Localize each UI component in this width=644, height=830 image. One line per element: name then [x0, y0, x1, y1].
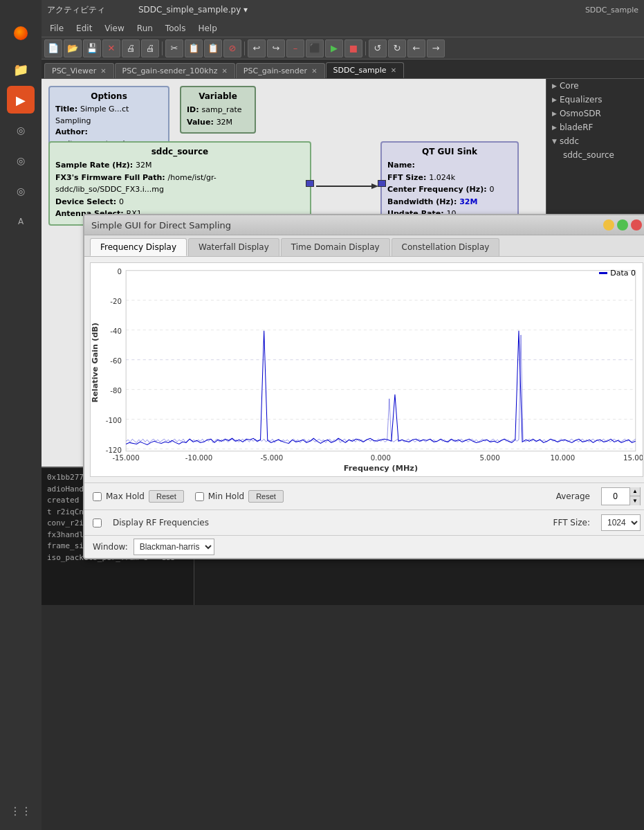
sidebar-terminal[interactable]: ▶: [7, 86, 35, 114]
min-hold-label: Min Hold: [208, 491, 244, 501]
tab-timedomain[interactable]: Time Domain Display: [281, 238, 390, 256]
min-hold-checkbox[interactable]: [195, 492, 204, 501]
rotate-btn[interactable]: ↺: [369, 39, 387, 57]
copy-btn[interactable]: 📋: [185, 39, 203, 57]
menubar: File Edit View Run Tools Help: [42, 19, 644, 37]
input-port: [378, 180, 386, 187]
print2-btn[interactable]: 🖨: [141, 39, 159, 57]
fft-size-select[interactable]: 1024 512 2048 4096: [601, 514, 641, 531]
tab-psc-gain-100[interactable]: PSC_gain-sender_100khz ✕: [115, 63, 235, 78]
app-title: SDDC_simple_sample.py ▾: [138, 5, 248, 15]
menu-tools[interactable]: Tools: [160, 22, 192, 35]
window-controls-row: Window: Blackman-harris Hamming Hann Rec…: [84, 535, 644, 558]
spinner-up[interactable]: ▲: [630, 487, 640, 496]
menu-help[interactable]: Help: [192, 22, 222, 35]
window-select-container: Blackman-harris Hamming Hann Rectangular: [134, 539, 214, 555]
back-btn[interactable]: ←: [407, 39, 425, 57]
print-btn[interactable]: 🖨: [122, 39, 140, 57]
average-input[interactable]: [602, 488, 629, 505]
controls-row-1: Max Hold Reset Min Hold Reset Average ▲: [84, 482, 644, 509]
new-btn[interactable]: 📄: [44, 39, 62, 57]
min-hold-reset[interactable]: Reset: [248, 490, 284, 503]
sep1: [162, 42, 163, 55]
tab-close-psc-gain[interactable]: ✕: [311, 67, 317, 75]
fwd-btn[interactable]: →: [427, 39, 445, 57]
spinner-down[interactable]: ▼: [630, 496, 640, 505]
svg-text:Frequency (MHz): Frequency (MHz): [344, 464, 418, 473]
toolbar: 📄 📂 💾 ✕ 🖨 🖨 ✂ 📋 📋 ⊘ ↩ ↪ – ⬛ ▶ ■ ↺ ↻ ← →: [42, 37, 644, 60]
sidebar-files[interactable]: 📁: [7, 55, 35, 83]
tab-close-psc-gain-100[interactable]: ✕: [221, 67, 227, 75]
tree-equalizers[interactable]: Equalizers: [546, 93, 644, 107]
max-hold-checkbox[interactable]: [93, 492, 102, 501]
tab-close-sddc[interactable]: ✕: [391, 66, 396, 74]
cut-btn[interactable]: ✂: [165, 39, 183, 57]
menu-file[interactable]: File: [44, 22, 69, 35]
svg-text:Relative Gain (dB): Relative Gain (dB): [91, 323, 100, 402]
disable-btn[interactable]: ⊘: [223, 39, 241, 57]
stop-btn[interactable]: ⬛: [306, 39, 324, 57]
stop2-btn[interactable]: ■: [344, 39, 362, 57]
minus-btn[interactable]: –: [286, 39, 304, 57]
refresh-btn[interactable]: ↻: [388, 39, 406, 57]
flow-editor[interactable]: Options Title: Simple G...ct Sampling Au…: [42, 79, 546, 467]
sidebar-appstore[interactable]: A: [7, 208, 35, 235]
svg-rect-2: [126, 271, 636, 451]
tab-sddc-sample[interactable]: SDDC_sample ✕: [326, 62, 405, 78]
menu-view[interactable]: View: [99, 22, 129, 35]
max-hold-reset[interactable]: Reset: [149, 490, 184, 503]
min-hold-group: Min Hold Reset: [195, 490, 284, 503]
close-btn[interactable]: ✕: [102, 39, 120, 57]
tree-sddc[interactable]: sddc: [546, 134, 644, 148]
display-rf-checkbox[interactable]: [93, 518, 102, 527]
tab-psc-viewer[interactable]: PSC_Viewer ✕: [44, 63, 114, 78]
average-label: Average: [556, 491, 590, 501]
tab-psc-gain[interactable]: PSC_gain-sender ✕: [236, 63, 325, 78]
qt-title: QT GUI Sink: [387, 147, 512, 156]
tab-constellation[interactable]: Constellation Display: [392, 238, 500, 256]
svg-text:10.000: 10.000: [551, 454, 576, 462]
tab-close-psc-viewer[interactable]: ✕: [100, 67, 106, 75]
tab-frequency[interactable]: Frequency Display: [90, 238, 187, 256]
sddc-source-block: sddc_source Sample Rate (Hz): 32M FX3's …: [48, 141, 311, 226]
undo-btn[interactable]: ↩: [248, 39, 266, 57]
max-hold-group: Max Hold Reset: [93, 490, 184, 503]
tree-osmosdr[interactable]: OsmoSDR: [546, 107, 644, 120]
play-btn[interactable]: ▶: [325, 39, 343, 57]
save-btn[interactable]: 💾: [83, 39, 101, 57]
svg-text:-80: -80: [110, 387, 122, 395]
tabs-bar: PSC_Viewer ✕ PSC_gain-sender_100khz ✕ PS…: [42, 60, 644, 79]
svg-text:0: 0: [117, 268, 122, 276]
menu-run[interactable]: Run: [131, 22, 158, 35]
chart-area: Data 0 0 -: [90, 262, 643, 477]
window-select[interactable]: Blackman-harris Hamming Hann Rectangular: [134, 539, 214, 555]
tab-waterfall[interactable]: Waterfall Display: [188, 238, 279, 256]
minimize-btn[interactable]: [603, 219, 614, 231]
tree-sddc-source[interactable]: sddc_source: [546, 148, 644, 162]
sidebar-radio1[interactable]: ◎: [7, 116, 35, 144]
variable-title: Variable: [187, 91, 249, 101]
tree-core[interactable]: Core: [546, 79, 644, 93]
svg-text:-15.000: -15.000: [112, 454, 139, 462]
svg-text:-5.000: -5.000: [260, 454, 283, 462]
paste-btn[interactable]: 📋: [204, 39, 222, 57]
gui-controls: [603, 219, 642, 231]
open-btn[interactable]: 📂: [64, 39, 82, 57]
svg-text:-40: -40: [110, 327, 122, 335]
tree-bladerf[interactable]: bladeRF: [546, 120, 644, 134]
maximize-btn[interactable]: [617, 219, 628, 231]
qt-sink-block: QT GUI Sink Name: FFT Size: 1.024k Cente…: [380, 141, 519, 226]
sidebar-grid[interactable]: ⋮⋮: [7, 797, 35, 824]
redo-btn[interactable]: ↪: [267, 39, 285, 57]
svg-text:-20: -20: [110, 298, 122, 305]
sddc-title: sddc_source: [55, 147, 304, 156]
max-hold-label: Max Hold: [106, 491, 145, 501]
sep2: [244, 42, 245, 55]
window-title: SDDC_sample: [585, 6, 638, 15]
close-btn-gui[interactable]: [631, 219, 642, 231]
menu-edit[interactable]: Edit: [71, 22, 98, 35]
sidebar-radio3[interactable]: ◎: [7, 177, 35, 205]
svg-text:-120: -120: [106, 446, 122, 454]
left-sidebar: 📁 ▶ ◎ ◎ ◎ A ⋮⋮: [0, 0, 42, 830]
sidebar-radio2[interactable]: ◎: [7, 147, 35, 174]
